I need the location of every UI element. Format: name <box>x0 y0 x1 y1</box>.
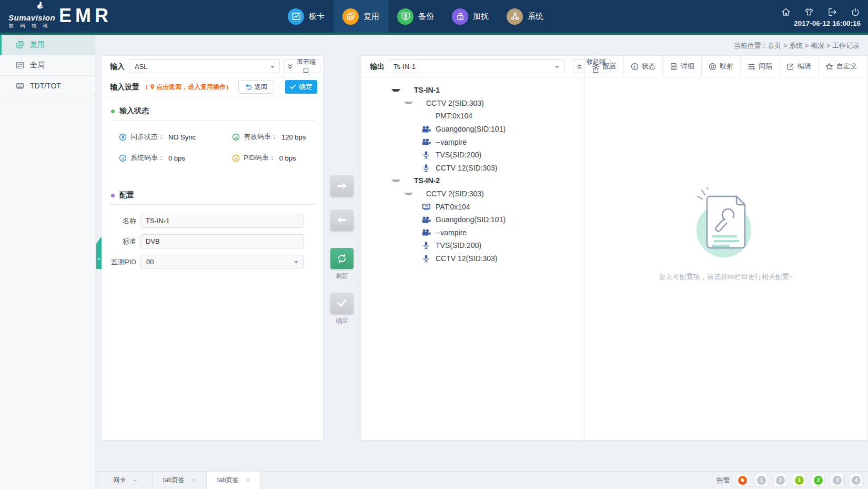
input-status-section-title: 输入状态 <box>111 106 149 116</box>
status-indicator-1[interactable]: 1 <box>755 474 768 487</box>
status-indicator-3[interactable]: 1 <box>793 474 806 487</box>
back-button[interactable]: 返回 <box>238 80 274 94</box>
sidebar-item-multiplex[interactable]: 复用 <box>0 35 95 55</box>
logout-icon[interactable] <box>827 7 837 17</box>
pin-icon <box>149 84 155 91</box>
star-icon <box>825 63 833 71</box>
tree-node-stream[interactable]: TVS(SID:200) <box>361 239 584 252</box>
status-indicator-4[interactable]: 2 <box>812 474 825 487</box>
refresh-button[interactable] <box>330 248 354 269</box>
camera-icon <box>421 216 431 224</box>
status-indicator-6[interactable]: 4 <box>850 474 863 487</box>
config-field-name: 名称 <box>102 214 323 228</box>
system-rate-gauge-icon <box>119 154 127 162</box>
multiplex-icon <box>342 8 359 25</box>
main-nav: 板卡 复用 备份 加扰 <box>279 0 552 33</box>
toolbar-status[interactable]: 状态 <box>623 56 662 77</box>
tree-node-stream[interactable]: TVS(SID:200) <box>361 148 584 162</box>
tab-page-1[interactable]: tab页签 × <box>152 472 207 489</box>
theme-icon[interactable] <box>804 7 814 17</box>
microphone-icon <box>421 151 431 159</box>
camera-icon <box>421 125 431 133</box>
tree-node-stream[interactable]: Guangdong(SID:101) <box>361 123 584 136</box>
move-left-button[interactable] <box>330 209 354 231</box>
camera-icon <box>421 228 431 236</box>
confirm-button[interactable]: 确定 <box>285 80 317 94</box>
input-port-select[interactable]: ASL <box>129 59 280 73</box>
tree-node-stream[interactable]: Guangdong(SID:101) <box>361 213 584 226</box>
toolbar-interval[interactable]: 间隔 <box>740 56 779 77</box>
input-settings-note: （ 点击返回，进入复用操作） <box>142 77 232 97</box>
status-indicator-5[interactable]: 3 <box>831 474 844 487</box>
close-icon[interactable]: × <box>246 476 250 484</box>
nav-item-system[interactable]: 系统 <box>498 0 552 33</box>
toolbar-detail[interactable]: 详细 <box>662 56 701 77</box>
standard-field[interactable] <box>140 234 304 248</box>
status-item-pid-rate: PID码率： 0 bps <box>232 153 296 163</box>
gear-icon <box>592 63 600 71</box>
sidebar-item-global[interactable]: 全局 <box>0 55 95 76</box>
board-icon <box>288 8 304 25</box>
expand-ports-button[interactable]: 展开端口 <box>284 59 320 73</box>
nav-item-multiplex[interactable]: 复用 <box>334 0 388 33</box>
output-toolbar: 配置 状态 详细 <box>584 56 867 77</box>
tree-node-service[interactable]: CCTV 2(SID:303) <box>361 187 584 201</box>
caret-down-icon[interactable] <box>391 179 400 182</box>
input-settings-row: 输入设置 （ 点击返回，进入复用操作） 返回 <box>102 77 323 97</box>
empty-state-text: 暂无可配置项，请选择xx栏目进行相关配置~ <box>659 272 793 282</box>
product-name: EMR <box>59 5 112 27</box>
toolbar-mapping[interactable]: 映射 <box>701 56 740 77</box>
tree-node-ts-in-2[interactable]: TS-IN-2 <box>361 174 584 187</box>
add-icon[interactable]: + <box>133 476 137 484</box>
caret-down-icon[interactable] <box>404 193 413 195</box>
nav-item-backup[interactable]: 备份 <box>388 0 443 33</box>
sidebar-item-label: 复用 <box>30 40 45 49</box>
close-icon[interactable]: × <box>192 476 196 484</box>
tdt-tot-icon <box>15 82 24 90</box>
caret-down-icon[interactable] <box>391 89 400 92</box>
tree-node-stream[interactable]: CCTV 12(SID:303) <box>361 252 584 265</box>
caret-down-icon[interactable] <box>404 102 413 104</box>
nav-label: 板卡 <box>309 12 325 22</box>
toolbar-edit[interactable]: 编辑 <box>779 56 818 77</box>
move-right-button[interactable] <box>330 175 354 196</box>
nav-label: 加扰 <box>473 12 489 22</box>
tab-network-card[interactable]: 网卡 + <box>98 472 153 489</box>
refresh-label: 刷新 <box>330 272 354 281</box>
power-icon[interactable] <box>850 7 861 17</box>
nav-item-board[interactable]: 板卡 <box>279 0 334 33</box>
sidebar-item-tdt-tot[interactable]: TDT/TOT <box>0 76 95 96</box>
nav-label: 系统 <box>528 12 543 22</box>
alarm-indicator[interactable] <box>736 474 749 487</box>
nav-item-scramble[interactable]: 加扰 <box>443 0 498 33</box>
breadcrumb: 当前位置：首页 > 系统 > 概况 > 工作记录 <box>734 41 860 51</box>
output-port-select[interactable]: Ts-IN-1 <box>388 59 564 73</box>
tree-node-ts-in-1[interactable]: TS-IN-1 <box>361 84 584 97</box>
topbar-quick-actions <box>781 7 861 17</box>
datetime-display: 2017-06-12 16:00:16 <box>794 19 861 27</box>
output-panel-header: 输出 Ts-IN-1 收起端口 配置 <box>361 56 867 77</box>
tree-node-pat[interactable]: TVPAT:0x104 <box>361 200 584 213</box>
double-chevron-left-icon: « <box>97 256 100 262</box>
tree-node-pmt[interactable]: PMT:0x104 <box>361 109 584 123</box>
home-icon[interactable] <box>781 7 791 17</box>
status-item-sync: 同步状态： NO Sync <box>119 132 196 142</box>
toolbar-custom[interactable]: 自定义 <box>818 56 867 77</box>
sidebar-item-label: 全局 <box>30 61 45 70</box>
transfer-confirm-button[interactable] <box>330 293 354 314</box>
tree-node-stream[interactable]: --vampire <box>361 226 584 239</box>
toolbar-config[interactable]: 配置 <box>584 56 623 77</box>
double-chevron-down-icon <box>287 64 293 69</box>
alarm-label: 告警 <box>716 476 730 485</box>
output-tree-pane: TS-IN-1 CCTV 2(SID:303) PMT:0x104 Guangd… <box>361 77 584 441</box>
tree-node-service[interactable]: CCTV 2(SID:303) <box>361 97 584 110</box>
tree-node-stream[interactable]: CCTV 12(SID:303) <box>361 162 584 175</box>
tree-node-stream[interactable]: --vampire <box>361 135 584 148</box>
collapse-panel-handle[interactable]: « <box>96 236 102 269</box>
monitor-pid-select[interactable]: 00 <box>140 255 304 268</box>
name-field[interactable] <box>140 214 304 228</box>
tab-page-2[interactable]: tab页签 × <box>206 472 261 489</box>
status-indicator-2[interactable]: 2 <box>774 474 787 487</box>
microphone-icon <box>421 164 431 172</box>
transfer-confirm-label: 确定 <box>330 316 354 325</box>
